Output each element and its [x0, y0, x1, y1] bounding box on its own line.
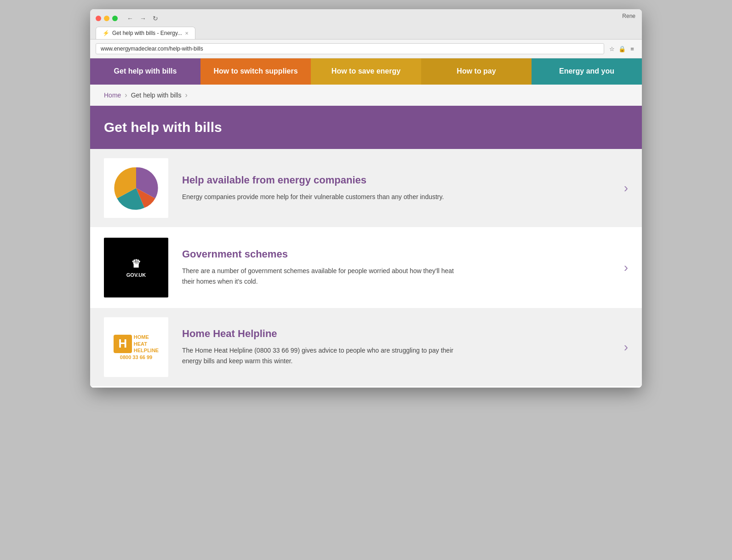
govuk-badge: ♛ GOV.UK [113, 245, 159, 291]
star-icon[interactable]: ☆ [608, 45, 616, 53]
crown-icon: ♛ [131, 257, 141, 270]
pie-chart [113, 165, 159, 211]
url-input[interactable] [96, 43, 604, 54]
hhh-h-box: H [114, 335, 132, 353]
breadcrumb-sep-1: › [125, 91, 127, 99]
card-text-government-schemes: Government schemes There are a number of… [182, 248, 615, 286]
reload-button[interactable]: ↻ [151, 14, 160, 23]
card-energy-companies[interactable]: Help available from energy companies Ene… [90, 149, 642, 229]
card-desc-government-schemes: There are a number of government schemes… [182, 266, 458, 286]
breadcrumb: Home › Get help with bills › [90, 85, 642, 106]
hhh-phone-number: 0800 33 66 99 [120, 354, 152, 360]
active-tab[interactable]: ⚡ Get help with bills - Energy... ✕ [96, 27, 195, 39]
browser-window: ← → ↻ ⚡ Get help with bills - Energy... … [90, 9, 642, 388]
browser-controls: ← → ↻ [96, 14, 636, 23]
hhh-logo-top: H HOME HEAT HELPLINE [114, 334, 159, 354]
card-home-heat[interactable]: H HOME HEAT HELPLINE 0800 33 66 99 Home … [90, 308, 642, 388]
card-arrow-energy-companies: › [624, 181, 628, 195]
page-content: Get help with bills How to switch suppli… [90, 58, 642, 388]
address-bar: ☆ 🔒 ≡ [90, 40, 642, 58]
hhh-line-home: HOME [134, 334, 159, 340]
close-button[interactable] [96, 16, 101, 21]
card-desc-energy-companies: Energy companies provide more help for t… [182, 192, 458, 202]
tab-favicon: ⚡ [103, 30, 109, 36]
hhh-text-lines: HOME HEAT HELPLINE [134, 334, 159, 354]
hero-banner: Get help with bills [90, 106, 642, 149]
card-title-government-schemes: Government schemes [182, 248, 615, 260]
hero-title: Get help with bills [104, 120, 628, 135]
hhh-line-helpline: HELPLINE [134, 347, 159, 354]
nav-item-energy-you[interactable]: Energy and you [532, 58, 642, 85]
nav-item-switch[interactable]: How to switch suppliers [200, 58, 311, 85]
nav-item-get-help[interactable]: Get help with bills [90, 58, 200, 85]
card-image-govuk: ♛ GOV.UK [104, 238, 168, 297]
govuk-text: GOV.UK [126, 272, 146, 278]
user-badge: Rene [616, 9, 642, 23]
card-government-schemes[interactable]: ♛ GOV.UK Government schemes There are a … [90, 229, 642, 308]
hhh-line-heat: HEAT [134, 341, 159, 347]
tab-title: Get help with bills - Energy... [112, 30, 182, 36]
cards-container: Help available from energy companies Ene… [90, 149, 642, 388]
card-arrow-government-schemes: › [624, 260, 628, 275]
nav-item-pay[interactable]: How to pay [421, 58, 532, 85]
toolbar-icons: ☆ 🔒 ≡ [608, 45, 636, 53]
card-text-home-heat: Home Heat Helpline The Home Heat Helplin… [182, 328, 615, 366]
breadcrumb-sep-2: › [185, 91, 187, 99]
minimize-button[interactable] [104, 16, 109, 21]
extensions-icon[interactable]: 🔒 [618, 45, 626, 53]
card-desc-home-heat: The Home Heat Helpline (0800 33 66 99) g… [182, 345, 458, 366]
tab-close-button[interactable]: ✕ [185, 31, 189, 36]
card-text-energy-companies: Help available from energy companies Ene… [182, 174, 615, 202]
nav-item-save[interactable]: How to save energy [311, 58, 421, 85]
site-nav: Get help with bills How to switch suppli… [90, 58, 642, 85]
breadcrumb-current: Get help with bills [131, 91, 182, 99]
hhh-logo: H HOME HEAT HELPLINE 0800 33 66 99 [114, 334, 159, 360]
back-button[interactable]: ← [125, 14, 135, 23]
nav-buttons: ← → ↻ [125, 14, 160, 23]
browser-titlebar: ← → ↻ ⚡ Get help with bills - Energy... … [90, 9, 642, 40]
card-image-pie [104, 158, 168, 218]
tab-bar: ⚡ Get help with bills - Energy... ✕ [96, 27, 636, 39]
breadcrumb-home[interactable]: Home [104, 91, 121, 99]
card-arrow-home-heat: › [624, 340, 628, 354]
card-image-hhh: H HOME HEAT HELPLINE 0800 33 66 99 [104, 317, 168, 377]
menu-icon[interactable]: ≡ [628, 45, 636, 53]
maximize-button[interactable] [112, 16, 118, 21]
forward-button[interactable]: → [138, 14, 148, 23]
card-title-energy-companies: Help available from energy companies [182, 174, 615, 186]
card-title-home-heat: Home Heat Helpline [182, 328, 615, 340]
